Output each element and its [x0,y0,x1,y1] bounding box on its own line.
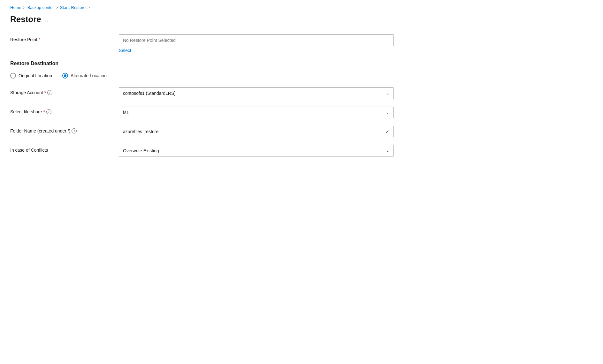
more-options-icon[interactable]: ... [44,16,52,23]
page-title: Restore [10,14,41,24]
file-share-info-icon[interactable]: i [46,109,51,114]
alternate-location-label: Alternate Location [71,73,107,78]
folder-name-control-area: azurefiles_restore ✓ [119,126,393,137]
folder-name-checkmark-icon: ✓ [385,129,389,134]
conflicts-dropdown[interactable]: Overwrite Existing ⌄ [119,145,393,156]
storage-account-control-area: contosofs1 (StandardLRS) ⌄ [119,87,393,99]
storage-account-required-star: * [44,90,46,95]
breadcrumb-separator-2: > [56,5,58,10]
alternate-location-radio[interactable] [62,73,68,79]
file-share-value: fs1 [123,110,129,115]
original-location-option[interactable]: Original Location [10,73,52,79]
storage-account-row: Storage Account * i contosofs1 (Standard… [10,87,393,99]
storage-account-dropdown[interactable]: contosofs1 (StandardLRS) ⌄ [119,87,393,99]
file-share-dropdown[interactable]: fs1 ⌄ [119,107,393,118]
page-container: Home > Backup center > Start: Restore > … [0,0,603,174]
storage-account-label: Storage Account * i [10,87,119,95]
restore-destination-header: Restore Destination [10,61,393,66]
restore-point-select-link[interactable]: Select [119,48,131,53]
restore-point-input[interactable] [119,34,393,46]
restore-destination-section: Restore Destination Original Location Al… [10,61,393,79]
folder-name-row: Folder Name (created under /) i azurefil… [10,126,393,137]
conflicts-chevron-icon: ⌄ [386,148,389,153]
storage-account-value: contosofs1 (StandardLRS) [123,91,176,96]
restore-point-row: Restore Point * Select [10,34,393,53]
file-share-row: Select file share * i fs1 ⌄ [10,107,393,118]
breadcrumb-separator-1: > [23,5,26,10]
breadcrumb-backup-center[interactable]: Backup center [27,5,54,10]
storage-account-info-icon[interactable]: i [47,90,52,95]
restore-point-control-area: Select [119,34,393,53]
folder-name-label: Folder Name (created under /) i [10,126,119,133]
location-radio-group: Original Location Alternate Location [10,73,393,79]
folder-name-field[interactable]: azurefiles_restore ✓ [119,126,393,137]
file-share-required-star: * [43,109,45,114]
storage-account-chevron-icon: ⌄ [386,91,389,95]
conflicts-value: Overwrite Existing [123,148,159,153]
folder-name-info-icon[interactable]: i [72,128,77,133]
breadcrumb-start-restore[interactable]: Start: Restore [60,5,86,10]
folder-name-value: azurefiles_restore [123,129,158,134]
form-section: Restore Point * Select Restore Destinati… [10,34,393,156]
conflicts-label: In case of Conflicts [10,145,119,153]
original-location-radio[interactable] [10,73,16,79]
file-share-control-area: fs1 ⌄ [119,107,393,118]
file-share-label: Select file share * i [10,107,119,114]
original-location-label: Original Location [19,73,52,78]
conflicts-control-area: Overwrite Existing ⌄ [119,145,393,156]
restore-point-label: Restore Point * [10,34,119,42]
restore-point-required-star: * [39,37,40,42]
alternate-location-option[interactable]: Alternate Location [62,73,107,79]
breadcrumb-separator-3: > [88,5,90,10]
file-share-chevron-icon: ⌄ [386,110,389,115]
page-title-row: Restore ... [10,14,593,24]
breadcrumb-home[interactable]: Home [10,5,21,10]
conflicts-row: In case of Conflicts Overwrite Existing … [10,145,393,156]
breadcrumb: Home > Backup center > Start: Restore > [10,5,593,10]
